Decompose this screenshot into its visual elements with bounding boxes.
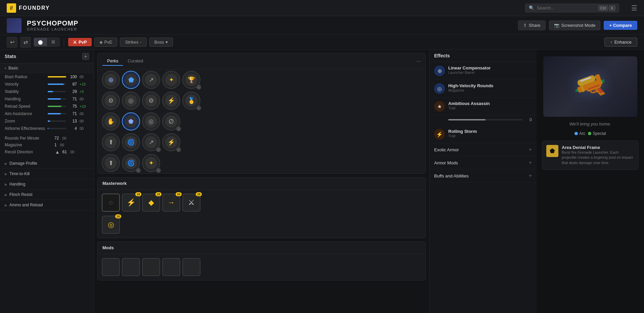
- perk-slot-3-1[interactable]: ✋: [102, 112, 120, 131]
- mw-slot-2[interactable]: 10 ◆: [142, 194, 160, 212]
- search-input[interactable]: [537, 5, 596, 10]
- stat-recoil: Recoil Direction ▲ 61 00: [0, 148, 94, 156]
- strikes-button[interactable]: Strikes -: [120, 38, 146, 47]
- mod-slot-5[interactable]: [182, 258, 200, 276]
- chevron-right-icon4: ▶: [5, 193, 7, 197]
- perk-slot-3-3[interactable]: ◎: [142, 112, 160, 131]
- stat-name-reload: Reload Speed: [5, 104, 45, 109]
- weapon-info: PSYCHOPOMP GRENADE LAUNCHER: [27, 19, 78, 31]
- effect-info-hv: High-Velocity Rounds Magazine: [448, 83, 493, 92]
- boss-chevron: ▾: [166, 40, 168, 45]
- perk-slot-4-2[interactable]: 🌀: [122, 133, 140, 151]
- mw-icon-1: ⚡: [127, 198, 136, 207]
- exotic-armor-label: Exotic Armor: [434, 147, 529, 152]
- effects-title: Effects: [429, 50, 537, 62]
- stat-fill-velocity: [48, 84, 64, 85]
- chevron-right-icon3: ▶: [5, 182, 7, 186]
- perks-more-button[interactable]: ···: [416, 58, 421, 64]
- exotic-frame-box: ⬟ Area Denial Frame Burst fire Grenade L…: [542, 141, 639, 170]
- perk-slot-2-1[interactable]: ⚙: [102, 92, 120, 110]
- stat-bar-airborne: [48, 128, 66, 129]
- pvp-button[interactable]: ⚔ PvP: [68, 38, 92, 46]
- weapon-name: PSYCHOPOMP: [27, 19, 78, 27]
- stat-name-aim: Aim Assistance: [5, 111, 45, 116]
- armor-mods-row[interactable]: Armor Mods +: [429, 156, 537, 169]
- perk-slot-2-2[interactable]: ◎: [122, 92, 140, 110]
- perk-row-2: ⚙ ◎ ⚙ ⚡ 🥇 -: [98, 90, 425, 111]
- mw-icon-4: ⚔: [188, 198, 195, 207]
- flinch-header[interactable]: ▶ Flinch Resist: [0, 190, 94, 200]
- perk-slot-5-2[interactable]: 🌀 -: [122, 154, 140, 172]
- weapon-tagline: We'll bring you home.: [569, 121, 611, 126]
- stat-val-airborne: 4: [69, 126, 77, 131]
- share-icon: ⇧: [523, 23, 527, 28]
- handling-header[interactable]: ▶ Handling: [0, 179, 94, 189]
- stat-bar-velocity: [48, 84, 66, 85]
- undo-button[interactable]: ↩: [7, 37, 17, 48]
- perk-slot-1-4[interactable]: ✦: [162, 71, 180, 89]
- mode-outline[interactable]: ⌘: [47, 38, 59, 46]
- chevron-right-icon5: ▶: [5, 203, 7, 207]
- perk-slot-4-1[interactable]: ⬆: [102, 133, 120, 151]
- perk-slot-1-5[interactable]: 🏆 -: [182, 71, 200, 89]
- perk-slot-1-2[interactable]: ⬟: [122, 71, 140, 89]
- perk-slot-5-1[interactable]: ⬆: [102, 154, 120, 172]
- mode-filled[interactable]: ⬤: [34, 38, 47, 46]
- app-name: FOUNDRY: [19, 5, 50, 11]
- mw-slot-3[interactable]: 10 →: [162, 194, 180, 212]
- masterwork-section: Masterwork ○ 10 ⚡ 10 ◆ 10 → 10: [97, 177, 426, 238]
- exotic-armor-row[interactable]: Exotic Armor +: [429, 143, 537, 156]
- mw-icon-2: ◆: [148, 198, 154, 207]
- tab-perks[interactable]: Perks: [102, 57, 123, 66]
- effect-rolling-storm: ⚡ Rolling Storm Trait: [429, 125, 537, 143]
- perk-slot-4-3[interactable]: ↗ -: [142, 133, 160, 151]
- mw-slot-1[interactable]: 10 ⚡: [122, 194, 140, 212]
- mw-level-5: 10: [115, 214, 121, 218]
- perk-icon-2-3: ⚙: [145, 95, 157, 107]
- mw-slot-4[interactable]: 10 ⚔: [182, 194, 200, 212]
- perk-slot-5-3[interactable]: ✦ -: [142, 154, 160, 172]
- perk-slot-2-4[interactable]: ⚡: [162, 92, 180, 110]
- mod-slot-1[interactable]: [102, 258, 120, 276]
- effect-type-rs: Trait: [448, 134, 477, 138]
- perk-row-3: ✋ ⬟ ◎ ∅ -: [98, 111, 425, 132]
- toolbar: ↩ ⇄ ⬤ ⌘ ⚔ PvP ◈ PvE Strikes - Boss ▾ ↑ E…: [0, 35, 644, 50]
- perk-slot-3-4[interactable]: ∅ -: [162, 112, 180, 131]
- menu-icon[interactable]: ☰: [631, 4, 637, 12]
- perk-slot-2-3[interactable]: ⚙: [142, 92, 160, 110]
- boss-button[interactable]: Boss ▾: [149, 38, 173, 47]
- flinch-section: ▶ Flinch Resist: [0, 190, 94, 200]
- share-tool-button[interactable]: ⇄: [20, 37, 31, 48]
- perk-icon-5-3: ✦: [145, 157, 157, 169]
- basic-section-header[interactable]: ▾ Basic: [0, 63, 94, 73]
- compare-button[interactable]: + Compare: [604, 21, 637, 30]
- effect-icon-aa: ★: [434, 101, 445, 112]
- enhance-button[interactable]: ↑ Enhance: [604, 38, 637, 47]
- perk-slot-4-4[interactable]: ⚡ -: [162, 133, 180, 151]
- time-to-kill-header[interactable]: ▶ Time-to-Kill: [0, 169, 94, 179]
- effect-info-linear: Linear Compensator Launcher Barrel: [448, 65, 491, 74]
- mw-slot-5[interactable]: 10 ◎: [102, 216, 120, 234]
- mod-slot-4[interactable]: [162, 258, 180, 276]
- stats-add-button[interactable]: +: [82, 53, 89, 60]
- mod-slot-3[interactable]: [142, 258, 160, 276]
- pve-icon: ◈: [99, 40, 103, 45]
- effect-slider-fill: [448, 119, 486, 120]
- stat-fill-reload: [48, 106, 61, 107]
- mod-slot-2[interactable]: [122, 258, 140, 276]
- share-button[interactable]: ⇧ Share: [518, 20, 546, 30]
- buffs-abilities-row[interactable]: Buffs and Abilities +: [429, 169, 537, 182]
- ammo-header[interactable]: ▶ Ammo and Reload: [0, 200, 94, 210]
- damage-profile-header[interactable]: ▶ Damage Profile: [0, 158, 94, 168]
- perk-slot-3-2[interactable]: ⬟: [122, 112, 140, 131]
- perk-slot-1-1[interactable]: ⊕: [102, 71, 120, 89]
- perk-slot-1-3[interactable]: ↗: [142, 71, 160, 89]
- pve-button[interactable]: ◈ PvE: [94, 38, 118, 47]
- mw-slot-empty[interactable]: ○: [102, 194, 120, 212]
- perk-slot-2-5[interactable]: 🥇 -: [182, 92, 200, 110]
- screenshot-button[interactable]: 📷 Screenshot Mode: [549, 20, 601, 30]
- search-bar[interactable]: 🔍 Ctrl K: [525, 4, 619, 12]
- tab-curated[interactable]: Curated: [123, 57, 148, 66]
- stat-misc-bonus-recoil: 00: [70, 150, 74, 154]
- stat-val-blast: 100: [69, 74, 77, 79]
